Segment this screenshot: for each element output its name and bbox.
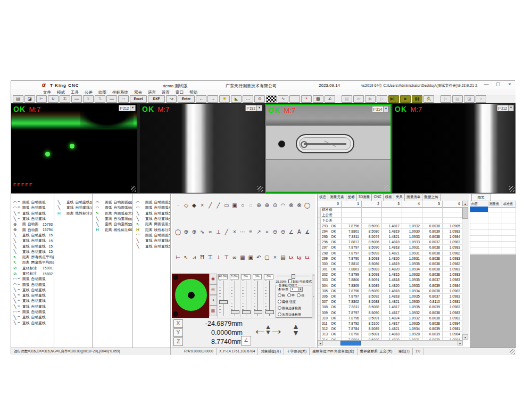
list-item[interactable]: ╲直线自动直线55 [134, 211, 170, 216]
width-dim-tool-icon[interactable]: 工 [206, 253, 214, 261]
focus-tool-icon[interactable]: ◇ [182, 201, 190, 209]
list-item[interactable]: ◠***圆弧自动圆弧 [11, 276, 54, 282]
list-item[interactable]: ╲直线自动直线15 [11, 233, 54, 238]
list-item[interactable]: ◠圆弧自动圆弧66 [94, 200, 132, 205]
chevron-down-icon[interactable]: ▼ [508, 105, 513, 111]
circle-target-tool-icon[interactable]: ⊕ [182, 228, 190, 236]
column-header-4[interactable]: 4 [402, 201, 422, 207]
list-item[interactable]: ◠圆弧自动圆弧55 [134, 233, 170, 238]
caliper-tool-icon[interactable]: » [263, 228, 271, 236]
list-item[interactable]: ╲直线自动直线55 [134, 216, 170, 221]
play-disabled-button[interactable]: ▷ [440, 95, 451, 103]
results-horizontal-scrollbar[interactable]: ◄ ► [318, 340, 463, 346]
mode-dropdown[interactable]: 1▼ [290, 287, 303, 292]
table-row[interactable]: 293OK7.87968.50901.48171.09320.80381.098… [318, 224, 463, 229]
list-item[interactable]: ╲直线自动直线3 [55, 205, 92, 210]
curve-button[interactable]: ∿ [278, 95, 288, 103]
ellipse-tool-icon[interactable]: ◯ [303, 201, 311, 209]
arrow-right-button[interactable]: → [207, 95, 218, 103]
gain-combo[interactable]: I=232 ▼ [245, 105, 262, 111]
detail-row[interactable] [470, 242, 516, 248]
zoom-slider[interactable] [277, 276, 310, 276]
column-header-2[interactable]: 2 [362, 201, 382, 207]
table-row[interactable]: 295OK7.88118.50741.48211.09330.80381.098… [318, 234, 463, 240]
table-row[interactable]: 298OK7.87978.50931.48211.09310.80381.098… [318, 251, 463, 256]
pane-resize-handle[interactable] [131, 186, 136, 192]
list-item[interactable]: ◠***圆弧自动圆弧 [11, 282, 54, 287]
list-item[interactable]: ╲***直线自动直线 [11, 211, 54, 216]
gain-combo[interactable]: I=212 ▼ [497, 105, 514, 111]
gain-combo[interactable]: I=214 ▼ [372, 106, 389, 112]
jog-z-down-arrow[interactable]: ▼ [292, 330, 300, 336]
list-item[interactable]: H距离线性标注66 [94, 227, 132, 232]
save-run-button[interactable]: ▤ [342, 95, 352, 103]
backlight-button[interactable]: ◑ [209, 295, 217, 306]
save-report-button[interactable]: ▤ [452, 95, 463, 103]
stop-button[interactable]: ■ [400, 95, 411, 103]
table-row[interactable]: 303OK7.88068.50911.48181.09350.80371.098… [318, 277, 463, 283]
slider-thumb[interactable] [231, 310, 239, 314]
table-row[interactable]: 310OK7.87968.50911.48241.09320.80381.098… [318, 316, 463, 321]
slider-thumb[interactable] [254, 310, 262, 314]
laser-star-button[interactable]: * [301, 95, 312, 103]
scrollbar-thumb[interactable] [462, 207, 468, 219]
column-header-0[interactable]: 0 [318, 201, 342, 207]
table-row[interactable]: 306OK7.87978.50921.48181.09350.80371.098… [318, 294, 463, 299]
grid-light-button[interactable]: ▦ [209, 306, 217, 316]
contour-tool-icon[interactable]: ≈ [206, 228, 214, 236]
camera-pane-laser[interactable]: FFFFF OK M:7 I=212 ▼ [11, 104, 137, 193]
zoom-slider-thumb[interactable] [292, 274, 295, 279]
tab-数据上传[interactable]: 数据上传 [422, 194, 440, 201]
ring-light-button[interactable]: ◉ [209, 274, 217, 284]
calculator-tool-icon[interactable]: ▦ [239, 253, 247, 261]
column-header-6[interactable]: 6 [443, 201, 463, 207]
table-row[interactable]: 307OK7.88028.50881.48211.09300.81101.098… [318, 299, 463, 304]
pane-resize-handle[interactable] [257, 186, 263, 192]
tab-坐标[interactable]: 坐标 [346, 194, 357, 201]
status-segment[interactable]: 1:0 [413, 348, 423, 355]
menu-绘图[interactable]: 绘图 [98, 89, 106, 95]
detail-row[interactable] [470, 236, 516, 242]
tab-3D测量[interactable]: 3D测量 [357, 194, 372, 201]
list-item[interactable]: ╲直线自动直线15 [11, 249, 54, 254]
list-item[interactable]: ╲直线自动直线55 [134, 238, 170, 243]
tab-夹具[interactable]: 夹具 [394, 194, 405, 201]
light-slider-2[interactable]: 0.0% [229, 274, 240, 318]
status-segment[interactable]: 通信(1) [395, 348, 412, 355]
copy-tool-icon[interactable]: ▣ [247, 253, 255, 261]
table-row[interactable]: 304OK7.88098.50891.48201.09330.80391.098… [318, 283, 463, 289]
focus-tool-2-icon[interactable]: ◆ [190, 201, 198, 209]
datum-tool-icon[interactable]: ⊥ [214, 253, 222, 261]
tab-element[interactable]: 图元 [471, 194, 491, 201]
angle-dim-tool-icon[interactable]: ⊿ [190, 253, 198, 261]
circle-dashed-tool-icon[interactable]: ◌ [247, 201, 255, 209]
dxf-export-button[interactable]: DXF [148, 95, 165, 103]
camera-pane-edge-right[interactable]: OK M:7 I=212 ▼ [393, 104, 516, 193]
enter-button[interactable]: Enter [178, 95, 195, 103]
menu-双光[interactable]: 双光 [134, 89, 142, 95]
list-item[interactable]: ◠***圆弧自动圆弧 [11, 309, 54, 315]
detail-row[interactable] [470, 230, 516, 236]
light-slider-1[interactable]: 40.0% [217, 274, 229, 318]
text-tool-icon[interactable]: A [295, 228, 303, 236]
minimize-button[interactable]: — [483, 81, 490, 87]
mode-option[interactable]: 灰度边缘检测 [278, 312, 312, 317]
circle-cross-tool-2-icon[interactable]: ⊕ [263, 201, 271, 209]
list-item[interactable]: H距离线性标注55 [134, 227, 170, 232]
undo-tool-icon[interactable]: ↶ [255, 253, 263, 261]
radio-icon[interactable] [278, 306, 281, 310]
chevron-down-icon[interactable]: ▼ [383, 106, 388, 112]
column-header-5[interactable]: 5 [422, 201, 443, 207]
point-tool-icon[interactable]: · [174, 201, 182, 209]
status-segment[interactable]: 十字微调(关) [284, 348, 310, 355]
gain-combo[interactable]: I=212 ▼ [119, 105, 136, 111]
list-item[interactable]: ⊘直径标注15801 [11, 266, 54, 271]
parallel-lines-tool-icon[interactable]: ≡ [247, 228, 255, 236]
probe-down-button[interactable]: ⊻ [83, 95, 94, 103]
column-header-1[interactable]: 1 [342, 201, 362, 207]
list-item[interactable]: ⊕圆自动圆15793 [11, 221, 54, 227]
list-item[interactable]: ↖距离所有线点平均距离 [11, 254, 54, 260]
list-item[interactable]: ╲***直线自动直线 [11, 287, 54, 293]
terrain-button[interactable]: ◣ [231, 95, 242, 103]
chevron-down-icon[interactable]: ▼ [298, 287, 302, 291]
